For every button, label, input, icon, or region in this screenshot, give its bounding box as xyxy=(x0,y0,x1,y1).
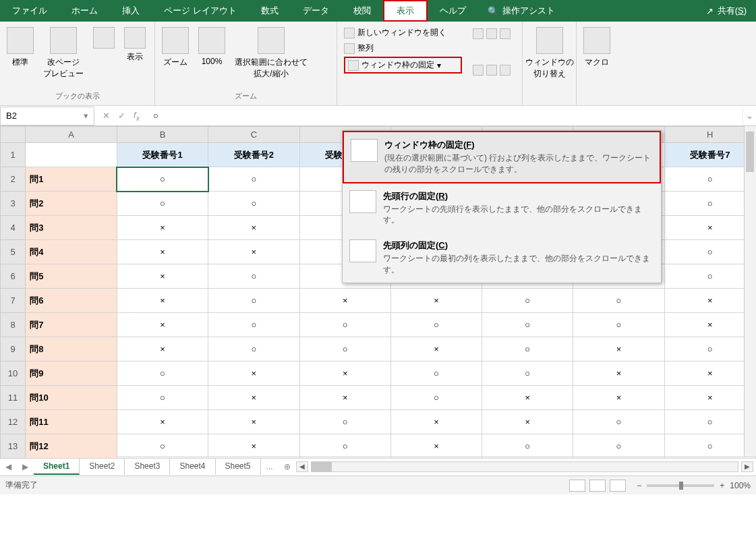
cell[interactable]: × xyxy=(664,216,755,240)
cell[interactable]: × xyxy=(664,313,755,337)
unhide-button[interactable] xyxy=(500,28,511,39)
cell[interactable]: ○ xyxy=(208,313,299,337)
cell[interactable]: × xyxy=(208,410,299,434)
row-header[interactable]: 1 xyxy=(1,143,26,167)
cell[interactable]: ○ xyxy=(482,289,573,313)
cell[interactable]: × xyxy=(208,362,299,386)
switch-windows-button[interactable]: ウィンドウの 切り替え xyxy=(525,24,573,82)
cell[interactable]: × xyxy=(390,410,482,434)
arrange-all-button[interactable]: 整列 xyxy=(344,41,462,55)
tab-review[interactable]: 校閲 xyxy=(341,0,383,22)
cell[interactable]: ○ xyxy=(299,434,390,459)
zoom-out-button[interactable]: − xyxy=(637,481,641,490)
cell[interactable]: × xyxy=(117,264,208,289)
scrollbar-thumb[interactable] xyxy=(312,462,332,471)
cell[interactable]: 受験番号2 xyxy=(208,143,299,167)
sheet-tab[interactable]: Sheet3 xyxy=(125,459,170,475)
column-header[interactable]: A xyxy=(26,127,117,143)
freeze-panes-item[interactable]: ウィンドウ枠の固定(F) (現在の選択範囲に基づいて) 行および列を表示したまま… xyxy=(343,131,661,183)
row-header[interactable]: 5 xyxy=(1,240,26,264)
sheet-tab[interactable]: Sheet1 xyxy=(34,459,80,475)
new-window-button[interactable]: 新しいウィンドウを開く xyxy=(344,26,462,40)
tab-page-layout[interactable]: ページ レイアウト xyxy=(152,0,249,22)
cell[interactable]: ○ xyxy=(482,313,573,337)
cell[interactable]: 問11 xyxy=(26,410,117,434)
view-options-button[interactable] xyxy=(89,24,119,51)
tab-insert[interactable]: 挿入 xyxy=(110,0,152,22)
row-header[interactable]: 7 xyxy=(1,289,26,313)
cell[interactable]: × xyxy=(482,410,573,434)
cell[interactable]: × xyxy=(117,216,208,240)
cell[interactable]: ○ xyxy=(117,386,208,410)
sheet-nav-prev[interactable]: ◀ xyxy=(0,462,17,471)
cell[interactable]: × xyxy=(573,386,664,410)
cell[interactable]: × xyxy=(117,313,208,337)
cell[interactable]: ○ xyxy=(664,337,755,362)
cell[interactable]: ○ xyxy=(299,410,390,434)
row-header[interactable]: 13 xyxy=(1,434,26,459)
cell[interactable]: ○ xyxy=(664,410,755,434)
insert-function-button[interactable]: fx xyxy=(134,110,140,122)
cell[interactable]: × xyxy=(390,434,482,459)
cell[interactable]: ○ xyxy=(208,167,299,192)
horizontal-scrollbar[interactable]: ◀ ▶ xyxy=(296,461,756,472)
cell[interactable]: × xyxy=(208,240,299,264)
page-layout-view-button[interactable] xyxy=(589,480,606,492)
cell[interactable]: ○ xyxy=(664,434,755,459)
cell[interactable]: 問7 xyxy=(26,313,117,337)
row-header[interactable]: 9 xyxy=(1,337,26,362)
cell[interactable]: ○ xyxy=(573,313,664,337)
name-box[interactable]: B2 ▾ xyxy=(0,107,94,125)
cell[interactable]: ○ xyxy=(573,410,664,434)
cell[interactable]: ○ xyxy=(482,362,573,386)
sheet-tab[interactable]: Sheet5 xyxy=(216,459,261,475)
new-sheet-button[interactable]: ⊕ xyxy=(279,462,296,471)
tell-me-search[interactable]: 🔍 操作アシスト xyxy=(478,0,564,22)
cell[interactable]: × xyxy=(208,434,299,459)
tab-formulas[interactable]: 数式 xyxy=(249,0,291,22)
tab-file[interactable]: ファイル xyxy=(0,0,59,22)
freeze-panes-dropdown[interactable]: ウィンドウ枠の固定▾ xyxy=(344,57,462,74)
cell[interactable]: 問1 xyxy=(26,167,117,192)
cell[interactable]: 受験番号7 xyxy=(664,143,755,167)
column-header[interactable]: B xyxy=(117,127,208,143)
cell[interactable]: ○ xyxy=(573,289,664,313)
cell[interactable]: 問4 xyxy=(26,240,117,264)
cell[interactable]: × xyxy=(664,386,755,410)
cell[interactable]: ○ xyxy=(664,192,755,216)
pagebreak-view-button[interactable] xyxy=(610,480,626,492)
cell[interactable]: × xyxy=(299,289,390,313)
row-header[interactable]: 4 xyxy=(1,216,26,240)
column-header[interactable]: H xyxy=(664,127,755,143)
cell[interactable]: ○ xyxy=(390,386,482,410)
cell[interactable]: 問9 xyxy=(26,362,117,386)
view-normal-button[interactable]: 標準 xyxy=(3,24,38,71)
cell[interactable] xyxy=(26,143,117,167)
cell[interactable]: × xyxy=(208,386,299,410)
column-header[interactable]: C xyxy=(208,127,299,143)
cell[interactable]: ○ xyxy=(390,313,482,337)
cell[interactable]: ○ xyxy=(573,434,664,459)
zoom-slider[interactable] xyxy=(647,484,714,487)
cell[interactable]: × xyxy=(664,362,755,386)
cell[interactable]: ○ xyxy=(299,337,390,362)
sheets-more[interactable]: ... xyxy=(261,462,279,471)
cell[interactable]: 問10 xyxy=(26,386,117,410)
cell[interactable]: × xyxy=(117,337,208,362)
split-button[interactable] xyxy=(473,28,484,39)
cell[interactable]: ○ xyxy=(117,434,208,459)
row-header[interactable]: 2 xyxy=(1,167,26,192)
cell[interactable]: × xyxy=(573,362,664,386)
cell[interactable]: ○ xyxy=(117,192,208,216)
cell[interactable]: 問12 xyxy=(26,434,117,459)
zoom-button[interactable]: ズーム xyxy=(158,24,193,71)
tab-home[interactable]: ホーム xyxy=(59,0,110,22)
show-menu-button[interactable]: 表示 xyxy=(120,24,150,65)
row-header[interactable]: 8 xyxy=(1,313,26,337)
cell[interactable]: ○ xyxy=(390,362,482,386)
cell[interactable]: ○ xyxy=(208,192,299,216)
cell[interactable]: × xyxy=(299,386,390,410)
cell[interactable]: ○ xyxy=(482,337,573,362)
cell[interactable]: 問2 xyxy=(26,192,117,216)
share-button[interactable]: ↗ 共有(S) xyxy=(697,0,756,22)
